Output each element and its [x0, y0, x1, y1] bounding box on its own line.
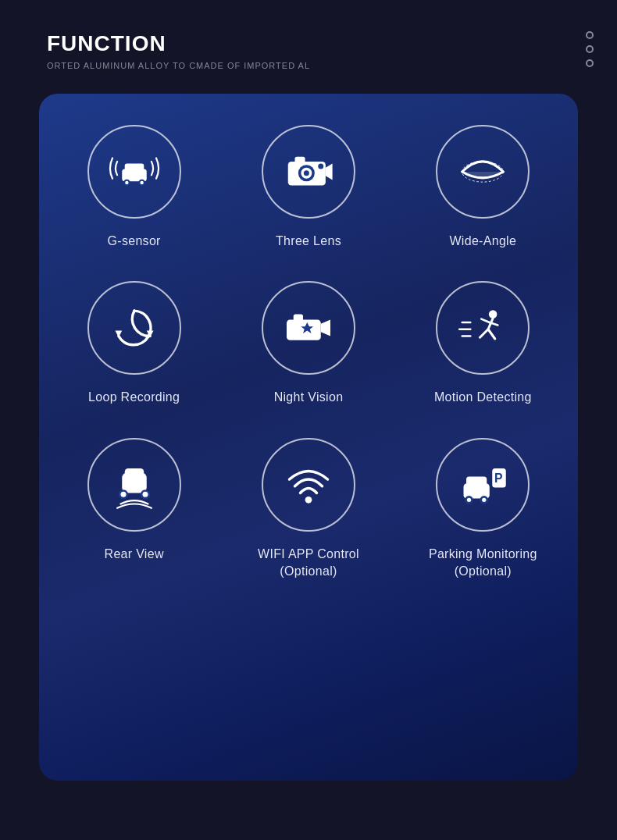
feature-loop-recording: Loop Recording	[87, 281, 181, 406]
wide-angle-label: Wide-Angle	[449, 233, 516, 250]
g-sensor-label: G-sensor	[108, 233, 161, 250]
svg-point-11	[318, 164, 323, 169]
feature-wide-angle: Wide-Angle	[436, 125, 530, 250]
feature-night-vision: Night Vision	[262, 281, 355, 406]
night-vision-icon	[281, 301, 336, 355]
svg-rect-30	[124, 468, 144, 478]
rear-view-icon	[107, 457, 162, 512]
svg-line-25	[488, 329, 495, 339]
feature-g-sensor: G-sensor	[87, 125, 181, 250]
loop-recording-icon-circle	[87, 281, 181, 375]
svg-point-41	[482, 497, 486, 501]
dot-1[interactable]	[586, 31, 594, 39]
svg-rect-37	[466, 476, 487, 487]
svg-point-9	[304, 170, 309, 176]
rear-view-icon-circle	[87, 438, 181, 532]
feature-three-lens: Three Lens	[262, 125, 355, 250]
g-sensor-icon	[107, 144, 162, 199]
svg-point-34	[142, 492, 148, 497]
motion-detecting-icon-circle	[436, 281, 530, 375]
svg-marker-19	[321, 320, 330, 336]
loop-recording-icon	[107, 301, 162, 355]
svg-point-5	[140, 181, 143, 184]
feature-rear-view: Rear View	[87, 438, 181, 581]
svg-marker-12	[326, 164, 333, 180]
feature-motion-detecting: Motion Detecting	[434, 281, 532, 406]
three-lens-icon-circle	[262, 125, 355, 219]
wide-angle-icon	[455, 144, 510, 199]
svg-rect-1	[124, 164, 144, 173]
motion-detecting-icon	[455, 301, 510, 355]
g-sensor-icon-circle	[87, 125, 181, 219]
motion-detecting-label: Motion Detecting	[434, 389, 532, 406]
rear-view-label: Rear View	[105, 546, 164, 563]
svg-rect-16	[287, 320, 321, 340]
parking-monitoring-label: Parking Monitoring(Optional)	[429, 546, 537, 581]
svg-rect-17	[294, 315, 303, 322]
dot-2[interactable]	[586, 45, 594, 53]
three-lens-label: Three Lens	[276, 233, 341, 250]
svg-text:P: P	[494, 471, 503, 484]
svg-point-4	[125, 181, 128, 184]
dot-3[interactable]	[586, 59, 594, 67]
svg-point-33	[120, 492, 126, 497]
dots-nav	[586, 31, 594, 67]
features-grid: G-sensor	[55, 125, 562, 581]
night-vision-icon-circle	[262, 281, 355, 375]
feature-parking-monitoring: P Parking Monitoring(Optional)	[429, 438, 537, 581]
wifi-app-control-icon	[281, 457, 336, 512]
wifi-app-control-label: WIFI APP Control(Optional)	[258, 546, 359, 581]
wifi-app-control-icon-circle	[262, 438, 355, 532]
feature-wifi-app-control: WIFI APP Control(Optional)	[258, 438, 359, 581]
svg-rect-10	[294, 157, 305, 164]
night-vision-label: Night Vision	[274, 389, 344, 406]
header: FUNCTION ORTED ALUMINUM ALLOY TO CMADE O…	[0, 0, 617, 78]
three-lens-icon	[281, 144, 336, 199]
svg-line-24	[480, 329, 489, 338]
parking-monitoring-icon: P	[455, 457, 510, 512]
parking-monitoring-icon-circle: P	[436, 438, 530, 532]
svg-marker-14	[115, 331, 122, 338]
functions-card: G-sensor	[39, 94, 578, 781]
svg-point-40	[467, 497, 471, 501]
loop-recording-label: Loop Recording	[88, 389, 180, 406]
svg-point-20	[489, 311, 498, 319]
page-title: FUNCTION	[47, 31, 570, 56]
wide-angle-icon-circle	[436, 125, 530, 219]
page-background: FUNCTION ORTED ALUMINUM ALLOY TO CMADE O…	[0, 0, 617, 840]
page-subtitle: ORTED ALUMINUM ALLOY TO CMADE OF IMPORTE…	[47, 61, 570, 70]
svg-line-22	[482, 319, 490, 322]
svg-point-35	[305, 497, 312, 504]
